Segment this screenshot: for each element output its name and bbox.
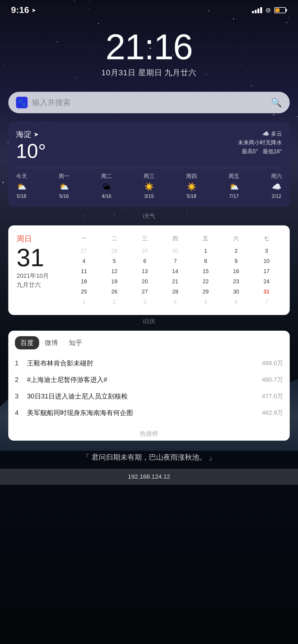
quote-text: 「 君问归期未有期，巴山夜雨涨秋池。 」 (83, 453, 215, 461)
status-time: 9:16 (11, 5, 29, 15)
cal-cell: 6 (130, 256, 160, 266)
wifi-icon: ⊜ (265, 6, 271, 14)
hot-item[interactable]: 1 王毅布林肯合影未碰肘 499.0万 (8, 355, 290, 371)
status-bar: 9:16 ➤ ⊜ (0, 0, 298, 18)
cal-cell: 29 (191, 287, 220, 297)
cal-cell: 3 (252, 246, 281, 256)
hot-count: 477.0万 (262, 392, 283, 400)
hot-text: #上海迪士尼暂停游客进入# (27, 375, 257, 384)
weather-source: i天气 (8, 212, 290, 220)
cal-cell: 20 (130, 277, 160, 286)
cal-cell: 13 (130, 266, 160, 276)
forecast-day: 周三 ☀️ 3/15 (143, 173, 155, 199)
forecast-icon: ⛅ (59, 182, 69, 191)
forecast-day: 周四 ☀️ 5/18 (186, 173, 197, 199)
forecast-temp: 5/18 (187, 193, 196, 199)
search-placeholder: 输入并搜索 (32, 97, 267, 108)
cal-cell: 28 (160, 287, 190, 297)
cal-cell: 7 (160, 256, 190, 266)
hot-tab[interactable]: 知乎 (63, 336, 88, 349)
hot-rank: 1 (15, 359, 23, 367)
search-icon[interactable]: 🔍 (271, 97, 282, 108)
forecast-label: 周一 (58, 173, 70, 180)
cal-cell: 12 (99, 266, 129, 276)
cal-header-cell: 五 (190, 234, 221, 243)
cal-cell: 17 (252, 266, 281, 276)
cal-cell: 5 (99, 256, 129, 266)
cal-cell: 30 (160, 246, 190, 256)
forecast-temp: 5/16 (59, 193, 69, 199)
hot-text: 美军舰船同时现身东海南海有何企图 (27, 408, 257, 417)
cal-cell: 14 (160, 266, 190, 276)
forecast-icon: ⛅ (229, 182, 239, 191)
forecast-temp: 2/12 (272, 193, 281, 199)
hot-tab[interactable]: 百度 (15, 336, 39, 349)
hot-rank: 3 (15, 392, 23, 400)
hot-tab[interactable]: 微博 (39, 336, 63, 349)
cal-header-cell: 三 (130, 234, 160, 243)
cal-cell: 5 (191, 297, 220, 307)
weather-location: 海淀 ➤ (16, 129, 46, 140)
hot-count: 462.9万 (262, 409, 283, 417)
hot-rank: 2 (15, 376, 23, 384)
ip-bar: 192.168.124.12 (0, 469, 298, 485)
ip-address: 192.168.124.12 (128, 473, 170, 480)
forecast-label: 周五 (228, 173, 240, 180)
forecast-day: 周六 ☁️ 2/12 (271, 173, 282, 199)
cal-cell: 29 (130, 246, 160, 256)
cal-header-cell: 六 (221, 234, 251, 243)
forecast-label: 周二 (101, 173, 112, 180)
cal-cell: 1 (191, 246, 220, 256)
hot-source: 热搜榜 (8, 427, 290, 441)
search-bar[interactable]: 🐾 输入并搜索 🔍 (8, 92, 290, 113)
cal-year-month: 2021年10月 九月廿六 (17, 271, 61, 289)
cal-cell: 18 (69, 277, 99, 286)
weather-forecast: 今天 ⛅ 5/18 周一 ⛅ 5/16 周二 🌥 4/16 周三 ☀️ 3/15… (16, 168, 282, 199)
cal-weekday: 周日 (17, 234, 61, 244)
cal-cell: 26 (99, 287, 129, 297)
hot-text: 30日31日进入迪士尼人员立刻核检 (27, 392, 257, 401)
calendar-source: i日历 (8, 318, 290, 325)
hot-count: 480.7万 (262, 376, 283, 384)
cal-header-cell: 四 (160, 234, 190, 243)
hot-item[interactable]: 2 #上海迪士尼暂停游客进入# 480.7万 (8, 371, 290, 388)
cal-cell: 10 (252, 256, 281, 266)
hot-rank: 4 (15, 409, 23, 417)
forecast-temp: 3/15 (144, 193, 154, 199)
cal-cell: 6 (221, 297, 251, 307)
cal-cell: 2 (99, 297, 129, 307)
forecast-day: 周五 ⛅ 7/17 (228, 173, 240, 199)
cal-cell: 4 (160, 297, 190, 307)
cal-cell: 22 (191, 277, 220, 286)
hot-count: 499.0万 (262, 359, 283, 367)
cal-cell: 23 (221, 277, 251, 286)
hot-item[interactable]: 3 30日31日进入迪士尼人员立刻核检 477.0万 (8, 388, 290, 405)
forecast-icon: ⛅ (17, 182, 26, 191)
cal-header-cell: 二 (99, 234, 130, 243)
cal-header-cell: 一 (69, 234, 99, 243)
cal-cell: 16 (221, 266, 251, 276)
cal-cell: 27 (130, 287, 160, 297)
cal-cell: 24 (252, 277, 281, 286)
forecast-icon: ☀️ (187, 182, 196, 191)
cal-cell: 25 (69, 287, 99, 297)
forecast-day: 今天 ⛅ 5/18 (16, 173, 27, 199)
forecast-temp: 5/18 (17, 193, 26, 199)
cal-cell: 7 (252, 297, 281, 307)
forecast-icon: ☀️ (144, 182, 154, 191)
forecast-label: 周六 (271, 173, 282, 180)
cal-cell: 9 (221, 256, 251, 266)
clock-time: 21:16 (8, 29, 290, 65)
cal-cell: 31 (252, 287, 281, 297)
forecast-label: 周四 (186, 173, 197, 180)
hot-list: 1 王毅布林肯合影未碰肘 499.0万 2 #上海迪士尼暂停游客进入# 480.… (8, 352, 290, 427)
hot-item[interactable]: 4 美军舰船同时现身东海南海有何企图 462.9万 (8, 405, 290, 421)
cal-cell: 15 (191, 266, 220, 276)
cal-cell: 1 (69, 297, 99, 307)
cal-cell: 28 (99, 246, 129, 256)
quote-section: 「 君问归期未有期，巴山夜雨涨秋池。 」 (8, 446, 290, 469)
cal-cell: 2 (221, 246, 251, 256)
cal-cell: 19 (99, 277, 129, 286)
clock-date: 10月31日 星期日 九月廿六 (8, 68, 290, 78)
signal-icon (252, 7, 262, 13)
